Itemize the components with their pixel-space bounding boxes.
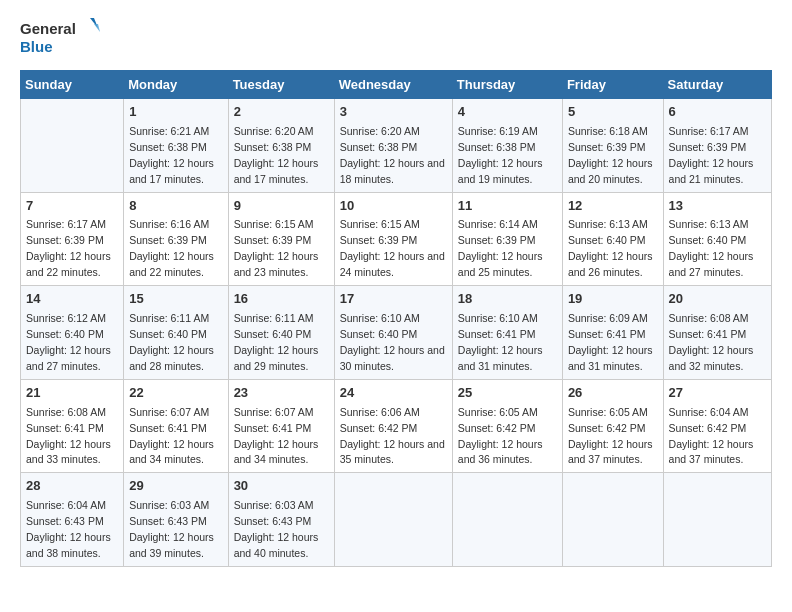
daylight-text: Daylight: 12 hours and 34 minutes. bbox=[129, 438, 214, 466]
calendar-table: SundayMondayTuesdayWednesdayThursdayFrid… bbox=[20, 70, 772, 567]
sunrise-text: Sunrise: 6:15 AM bbox=[340, 218, 420, 230]
sunrise-text: Sunrise: 6:21 AM bbox=[129, 125, 209, 137]
sunset-text: Sunset: 6:40 PM bbox=[129, 328, 207, 340]
sunrise-text: Sunrise: 6:17 AM bbox=[669, 125, 749, 137]
daylight-text: Daylight: 12 hours and 31 minutes. bbox=[568, 344, 653, 372]
sunset-text: Sunset: 6:38 PM bbox=[234, 141, 312, 153]
day-number: 28 bbox=[26, 477, 118, 496]
calendar-cell: 29 Sunrise: 6:03 AM Sunset: 6:43 PM Dayl… bbox=[124, 473, 228, 567]
sunset-text: Sunset: 6:40 PM bbox=[669, 234, 747, 246]
daylight-text: Daylight: 12 hours and 31 minutes. bbox=[458, 344, 543, 372]
daylight-text: Daylight: 12 hours and 37 minutes. bbox=[568, 438, 653, 466]
sunrise-text: Sunrise: 6:14 AM bbox=[458, 218, 538, 230]
sunrise-text: Sunrise: 6:07 AM bbox=[234, 406, 314, 418]
daylight-text: Daylight: 12 hours and 20 minutes. bbox=[568, 157, 653, 185]
daylight-text: Daylight: 12 hours and 22 minutes. bbox=[129, 250, 214, 278]
sunrise-text: Sunrise: 6:18 AM bbox=[568, 125, 648, 137]
sunrise-text: Sunrise: 6:05 AM bbox=[568, 406, 648, 418]
calendar-cell: 22 Sunrise: 6:07 AM Sunset: 6:41 PM Dayl… bbox=[124, 379, 228, 473]
sunrise-text: Sunrise: 6:10 AM bbox=[340, 312, 420, 324]
day-number: 12 bbox=[568, 197, 658, 216]
sunset-text: Sunset: 6:42 PM bbox=[340, 422, 418, 434]
day-number: 3 bbox=[340, 103, 447, 122]
daylight-text: Daylight: 12 hours and 27 minutes. bbox=[669, 250, 754, 278]
day-number: 21 bbox=[26, 384, 118, 403]
calendar-cell: 20 Sunrise: 6:08 AM Sunset: 6:41 PM Dayl… bbox=[663, 286, 771, 380]
calendar-cell: 27 Sunrise: 6:04 AM Sunset: 6:42 PM Dayl… bbox=[663, 379, 771, 473]
day-number: 24 bbox=[340, 384, 447, 403]
sunrise-text: Sunrise: 6:20 AM bbox=[340, 125, 420, 137]
daylight-text: Daylight: 12 hours and 33 minutes. bbox=[26, 438, 111, 466]
sunrise-text: Sunrise: 6:16 AM bbox=[129, 218, 209, 230]
sunrise-text: Sunrise: 6:03 AM bbox=[129, 499, 209, 511]
sunset-text: Sunset: 6:41 PM bbox=[234, 422, 312, 434]
logo: General Blue bbox=[20, 16, 100, 60]
daylight-text: Daylight: 12 hours and 18 minutes. bbox=[340, 157, 445, 185]
calendar-header-sunday: Sunday bbox=[21, 71, 124, 99]
calendar-cell bbox=[452, 473, 562, 567]
sunset-text: Sunset: 6:43 PM bbox=[26, 515, 104, 527]
day-number: 26 bbox=[568, 384, 658, 403]
sunset-text: Sunset: 6:42 PM bbox=[458, 422, 536, 434]
daylight-text: Daylight: 12 hours and 17 minutes. bbox=[234, 157, 319, 185]
day-number: 14 bbox=[26, 290, 118, 309]
calendar-header-tuesday: Tuesday bbox=[228, 71, 334, 99]
calendar-cell: 1 Sunrise: 6:21 AM Sunset: 6:38 PM Dayli… bbox=[124, 99, 228, 193]
calendar-cell bbox=[334, 473, 452, 567]
daylight-text: Daylight: 12 hours and 36 minutes. bbox=[458, 438, 543, 466]
calendar-header-wednesday: Wednesday bbox=[334, 71, 452, 99]
sunrise-text: Sunrise: 6:13 AM bbox=[568, 218, 648, 230]
calendar-week-row: 14 Sunrise: 6:12 AM Sunset: 6:40 PM Dayl… bbox=[21, 286, 772, 380]
day-number: 13 bbox=[669, 197, 766, 216]
sunset-text: Sunset: 6:41 PM bbox=[669, 328, 747, 340]
svg-marker-3 bbox=[94, 24, 100, 32]
sunset-text: Sunset: 6:43 PM bbox=[129, 515, 207, 527]
sunrise-text: Sunrise: 6:04 AM bbox=[26, 499, 106, 511]
daylight-text: Daylight: 12 hours and 21 minutes. bbox=[669, 157, 754, 185]
calendar-cell: 30 Sunrise: 6:03 AM Sunset: 6:43 PM Dayl… bbox=[228, 473, 334, 567]
daylight-text: Daylight: 12 hours and 30 minutes. bbox=[340, 344, 445, 372]
sunset-text: Sunset: 6:39 PM bbox=[340, 234, 418, 246]
day-number: 20 bbox=[669, 290, 766, 309]
calendar-header-saturday: Saturday bbox=[663, 71, 771, 99]
calendar-cell: 9 Sunrise: 6:15 AM Sunset: 6:39 PM Dayli… bbox=[228, 192, 334, 286]
daylight-text: Daylight: 12 hours and 27 minutes. bbox=[26, 344, 111, 372]
day-number: 11 bbox=[458, 197, 557, 216]
calendar-week-row: 21 Sunrise: 6:08 AM Sunset: 6:41 PM Dayl… bbox=[21, 379, 772, 473]
calendar-cell bbox=[562, 473, 663, 567]
sunrise-text: Sunrise: 6:03 AM bbox=[234, 499, 314, 511]
day-number: 27 bbox=[669, 384, 766, 403]
day-number: 16 bbox=[234, 290, 329, 309]
sunset-text: Sunset: 6:41 PM bbox=[458, 328, 536, 340]
calendar-cell: 11 Sunrise: 6:14 AM Sunset: 6:39 PM Dayl… bbox=[452, 192, 562, 286]
sunset-text: Sunset: 6:41 PM bbox=[568, 328, 646, 340]
calendar-cell: 26 Sunrise: 6:05 AM Sunset: 6:42 PM Dayl… bbox=[562, 379, 663, 473]
daylight-text: Daylight: 12 hours and 24 minutes. bbox=[340, 250, 445, 278]
sunrise-text: Sunrise: 6:20 AM bbox=[234, 125, 314, 137]
calendar-cell bbox=[663, 473, 771, 567]
sunrise-text: Sunrise: 6:07 AM bbox=[129, 406, 209, 418]
sunset-text: Sunset: 6:38 PM bbox=[458, 141, 536, 153]
logo-svg: General Blue bbox=[20, 16, 100, 60]
calendar-cell: 10 Sunrise: 6:15 AM Sunset: 6:39 PM Dayl… bbox=[334, 192, 452, 286]
sunrise-text: Sunrise: 6:11 AM bbox=[129, 312, 209, 324]
calendar-cell: 19 Sunrise: 6:09 AM Sunset: 6:41 PM Dayl… bbox=[562, 286, 663, 380]
calendar-cell: 3 Sunrise: 6:20 AM Sunset: 6:38 PM Dayli… bbox=[334, 99, 452, 193]
day-number: 29 bbox=[129, 477, 222, 496]
sunset-text: Sunset: 6:39 PM bbox=[234, 234, 312, 246]
calendar-cell: 13 Sunrise: 6:13 AM Sunset: 6:40 PM Dayl… bbox=[663, 192, 771, 286]
day-number: 10 bbox=[340, 197, 447, 216]
day-number: 19 bbox=[568, 290, 658, 309]
sunrise-text: Sunrise: 6:10 AM bbox=[458, 312, 538, 324]
calendar-cell: 21 Sunrise: 6:08 AM Sunset: 6:41 PM Dayl… bbox=[21, 379, 124, 473]
daylight-text: Daylight: 12 hours and 28 minutes. bbox=[129, 344, 214, 372]
daylight-text: Daylight: 12 hours and 37 minutes. bbox=[669, 438, 754, 466]
sunrise-text: Sunrise: 6:12 AM bbox=[26, 312, 106, 324]
day-number: 8 bbox=[129, 197, 222, 216]
daylight-text: Daylight: 12 hours and 19 minutes. bbox=[458, 157, 543, 185]
sunset-text: Sunset: 6:40 PM bbox=[234, 328, 312, 340]
calendar-header-thursday: Thursday bbox=[452, 71, 562, 99]
day-number: 5 bbox=[568, 103, 658, 122]
sunset-text: Sunset: 6:39 PM bbox=[458, 234, 536, 246]
calendar-cell: 15 Sunrise: 6:11 AM Sunset: 6:40 PM Dayl… bbox=[124, 286, 228, 380]
